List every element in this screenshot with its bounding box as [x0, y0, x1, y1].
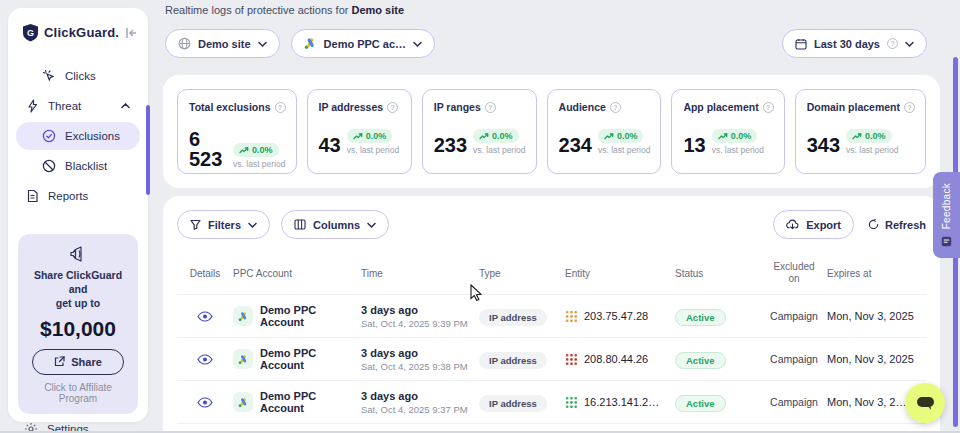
trend-up-icon [604, 133, 614, 140]
sidebar-collapse-icon[interactable] [125, 27, 138, 39]
globe-icon [178, 37, 191, 50]
stat-card-total-exclusions: Total exclusions ? 6 523 0.0% vs. last p… [177, 89, 297, 174]
chat-launcher-button[interactable] [905, 383, 945, 423]
stat-card-domain-placement: Domain placement ? 343 0.0% vs. last per… [795, 89, 926, 174]
time-relative: 3 days ago [361, 390, 479, 402]
date-range-label: Last 30 days [814, 38, 880, 50]
time-relative: 3 days ago [361, 304, 479, 316]
sidebar-scrollbar[interactable] [146, 105, 150, 195]
account-cell: Demo PPC Account [260, 304, 361, 328]
ppc-account-selector-label: Demo PPC ac… [324, 38, 407, 50]
details-eye-icon[interactable] [197, 354, 213, 365]
date-range-selector[interactable]: Last 30 days ? [782, 29, 927, 58]
page-subtitle-target: Demo site [351, 4, 404, 16]
table-row[interactable]: Demo PPC Account 3 days agoSat, Oct 4, 2… [177, 380, 926, 423]
stat-label: Domain placement [807, 101, 900, 113]
blacklist-icon [42, 159, 56, 173]
excluded-on-cell: Campaign [761, 310, 827, 322]
info-icon[interactable]: ? [485, 102, 496, 113]
stats-panel: Total exclusions ? 6 523 0.0% vs. last p… [163, 75, 940, 188]
page-subtitle-text: Realtime logs of protective actions for [165, 4, 351, 16]
expires-at-cell: Mon, Nov 3, 2025 [827, 310, 926, 322]
sidebar-item-blacklist[interactable]: Blacklist [16, 152, 140, 180]
col-excluded-on: Excluded on [761, 261, 827, 285]
export-button[interactable]: Export [773, 210, 854, 239]
vs-last-period-label: vs. last period [712, 145, 764, 155]
feedback-label: Feedback [941, 183, 952, 229]
stat-value: 234 [559, 135, 592, 155]
promo-text-line2: get up to [26, 296, 130, 310]
reports-icon [26, 189, 39, 203]
details-eye-icon[interactable] [197, 311, 213, 322]
account-cell: Demo PPC Account [260, 347, 361, 371]
sidebar-item-reports[interactable]: Reports [16, 182, 140, 210]
columns-button[interactable]: Columns [281, 210, 389, 239]
logs-panel: Filters Columns Export Refresh [163, 196, 940, 433]
entity-identicon [565, 310, 578, 323]
threat-icon [26, 99, 39, 113]
google-ads-icon [304, 37, 317, 50]
site-selector[interactable]: Demo site [165, 29, 280, 58]
affiliate-promo-card[interactable]: Share ClickGuard and get up to $10,000 S… [18, 234, 138, 414]
chevron-down-icon [248, 222, 257, 228]
promo-amount: $10,000 [26, 317, 130, 341]
sidebar-nav: Clicks Threat Exclusions Blacklist [8, 60, 148, 212]
status-badge: Active [675, 309, 726, 326]
excluded-on-cell: Campaign [761, 353, 827, 365]
entity-value: 203.75.47.28 [584, 310, 648, 322]
type-badge: IP address [479, 395, 547, 412]
share-button[interactable]: Share [32, 349, 124, 375]
entity-identicon [565, 353, 578, 366]
table-row[interactable]: Demo PPC Account 3 days agoSat, Oct 4, 2… [177, 337, 926, 380]
time-relative: 3 days ago [361, 347, 479, 359]
table-row[interactable]: Demo PPC Account 3 days agoSat, Oct 4, 2… [177, 294, 926, 337]
filters-button[interactable]: Filters [177, 210, 270, 239]
stat-value: 6 523 [189, 129, 227, 169]
trend-badge: 0.0% [233, 143, 279, 157]
google-ads-icon [233, 349, 253, 369]
refresh-button-label: Refresh [885, 219, 926, 231]
info-icon[interactable]: ? [275, 102, 286, 113]
info-icon: ? [887, 38, 898, 49]
sidebar-item-label: Blacklist [65, 160, 107, 172]
vs-last-period-label: vs. last period [846, 145, 898, 155]
sidebar-item-threat[interactable]: Threat [16, 92, 140, 120]
site-selector-label: Demo site [198, 38, 251, 50]
trend-up-icon [852, 133, 862, 140]
trend-badge: 0.0% [712, 129, 758, 143]
sidebar-item-label: Clicks [65, 70, 96, 82]
clickguard-logo-icon: G [22, 23, 39, 42]
info-icon[interactable]: ? [387, 102, 398, 113]
time-absolute: Sat, Oct 4, 2025 9:39 PM [361, 318, 479, 329]
feedback-icon [941, 236, 952, 247]
info-icon[interactable]: ? [904, 102, 915, 113]
affiliate-link[interactable]: Click to Affiliate Program [26, 382, 130, 404]
sidebar-item-clicks[interactable]: Clicks [16, 62, 140, 90]
col-type: Type [479, 268, 565, 279]
chevron-down-icon [258, 41, 267, 47]
share-button-label: Share [71, 356, 102, 368]
trend-badge: 0.0% [598, 129, 644, 143]
info-icon[interactable]: ? [763, 102, 774, 113]
stat-card-ip-ranges: IP ranges ? 233 0.0% vs. last period [422, 89, 537, 174]
stat-value: 233 [434, 135, 467, 155]
table-header: Details PPC Account Time Type Entity Sta… [177, 261, 926, 294]
info-icon[interactable]: ? [610, 102, 621, 113]
col-time: Time [361, 268, 479, 279]
refresh-button[interactable]: Refresh [868, 219, 926, 231]
sidebar-item-exclusions[interactable]: Exclusions [16, 122, 140, 150]
stat-label: App placement [683, 101, 758, 113]
chevron-down-icon [413, 41, 422, 47]
stat-card-audience: Audience ? 234 0.0% vs. last period [547, 89, 662, 174]
stat-value: 343 [807, 135, 840, 155]
ppc-account-selector[interactable]: Demo PPC ac… [291, 29, 436, 58]
col-status: Status [675, 268, 761, 279]
trend-up-icon [718, 133, 728, 140]
time-absolute: Sat, Oct 4, 2025 9:38 PM [361, 361, 479, 372]
stat-value: 13 [683, 135, 705, 155]
time-absolute: Sat, Oct 4, 2025 9:37 PM [361, 404, 479, 415]
feedback-tab[interactable]: Feedback [933, 172, 960, 258]
details-eye-icon[interactable] [197, 397, 213, 408]
vs-last-period-label: vs. last period [233, 159, 285, 169]
google-ads-icon [233, 392, 253, 412]
